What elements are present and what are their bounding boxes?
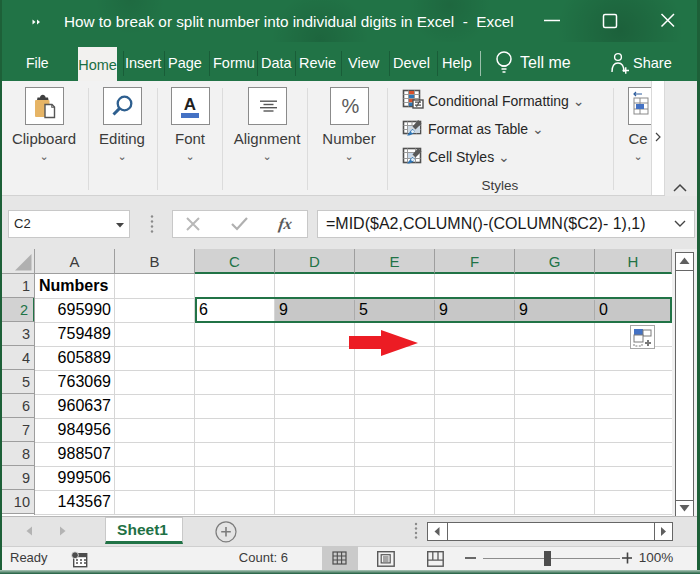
- svg-text:A: A: [184, 95, 196, 114]
- svg-text:%: %: [342, 95, 360, 117]
- svg-text:fx: fx: [277, 215, 293, 233]
